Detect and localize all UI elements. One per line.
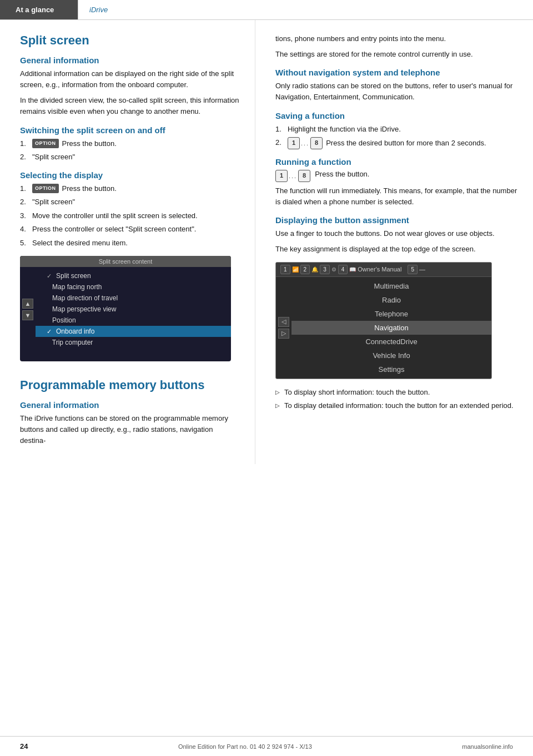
displaying-heading: Displaying the button assignment bbox=[275, 215, 517, 225]
running-heading: Running a function bbox=[275, 157, 517, 167]
menu-item-trip-computer: Trip computer bbox=[36, 337, 231, 348]
memory-button-run: 1 ... 8 bbox=[275, 170, 310, 182]
key-group: 1 📶 2 🔔 3 ⚙ 4 📖 Owner's Manual 5 — bbox=[280, 265, 425, 274]
idrive-menu: Multimedia Radio Telephone Navigation Co… bbox=[291, 277, 491, 379]
nav-down-arrow: ▼ bbox=[22, 310, 33, 320]
option-button-icon: OPTION bbox=[32, 139, 59, 149]
screen-title-bar: Split screen content bbox=[20, 256, 231, 267]
menu-item-map-direction: Map direction of travel bbox=[36, 293, 231, 304]
menu-item-position: Position bbox=[36, 315, 231, 326]
idrive-item-navigation: Navigation bbox=[291, 321, 491, 335]
switching-list: 1. OPTION Press the button. 2. "Split sc… bbox=[20, 138, 239, 163]
menu-item-map-perspective: Map perspective view bbox=[36, 304, 231, 315]
left-column: Split screen General information Additio… bbox=[0, 20, 255, 464]
idrive-body: ◁ ▷ Multimedia Radio Telephone Navigatio… bbox=[276, 277, 491, 379]
idrive-item-settings: Settings bbox=[291, 362, 491, 376]
running-desc: The function will run immediately. This … bbox=[275, 185, 517, 208]
selecting-heading: Selecting the display bbox=[20, 170, 239, 180]
right-column: tions, phone numbers and entry points in… bbox=[255, 20, 533, 464]
programmable-general-info-heading: General information bbox=[20, 400, 239, 410]
idrive-screen: 1 📶 2 🔔 3 ⚙ 4 📖 Owner's Manual 5 — ◁ ▷ bbox=[275, 262, 492, 379]
at-a-glance-label: At a glance bbox=[16, 6, 54, 14]
bullet-item-1: To display short information: touch the … bbox=[275, 387, 517, 398]
screen-menu: ✓ Split screen Map facing north Map dire… bbox=[36, 267, 231, 351]
bullet-list: To display short information: touch the … bbox=[275, 387, 517, 411]
displaying-para2: The key assignment is displayed at the t… bbox=[275, 244, 517, 255]
key-2: 2 bbox=[300, 265, 310, 274]
split-screen-simulation: Split screen content ▲ ▼ ✓ Split screen … bbox=[20, 256, 231, 361]
idrive-nav-arrows: ◁ ▷ bbox=[276, 277, 291, 379]
saving-step1: 1. Highlight the function via the iDrive… bbox=[275, 124, 517, 135]
selecting-step3: 3. Move the controller until the split s… bbox=[20, 210, 239, 221]
memory-button-1-8: 1 ... 8 bbox=[288, 137, 323, 149]
header-tab-at-a-glance[interactable]: At a glance bbox=[0, 0, 78, 19]
key-1: 1 bbox=[280, 265, 290, 274]
idrive-left-arrow: ◁ bbox=[278, 317, 289, 327]
header-tab-idrive[interactable]: iDrive bbox=[78, 0, 119, 19]
general-info-para1: Additional information can be displayed … bbox=[20, 68, 239, 90]
screen-body: ▲ ▼ ✓ Split screen Map facing north Map … bbox=[20, 267, 231, 351]
selecting-step1: 1. OPTION Press the button. bbox=[20, 183, 239, 194]
selecting-step2: 2. "Split screen" bbox=[20, 196, 239, 208]
general-info-para2: In the divided screen view, the so-calle… bbox=[20, 95, 239, 117]
key-5: 5 bbox=[408, 265, 418, 274]
settings-text: The settings are stored for the remote c… bbox=[275, 49, 517, 60]
site-info: manualsonline.info bbox=[462, 743, 513, 750]
switching-heading: Switching the split screen on and off bbox=[20, 125, 239, 135]
selecting-step5: 5. Select the desired menu item. bbox=[20, 238, 239, 249]
idrive-item-vehicle-info: Vehicle Info bbox=[291, 349, 491, 362]
menu-item-split-screen: ✓ Split screen bbox=[36, 270, 231, 281]
key-4: 4 bbox=[338, 265, 348, 274]
switching-step2: 2. "Split screen" bbox=[20, 152, 239, 163]
bullet-item-2: To display detailed information: touch t… bbox=[275, 400, 517, 411]
page-number: 24 bbox=[20, 742, 28, 750]
running-row: 1 ... 8 Press the button. bbox=[275, 170, 517, 182]
idrive-top-bar: 1 📶 2 🔔 3 ⚙ 4 📖 Owner's Manual 5 — bbox=[276, 263, 491, 277]
switching-step1: 1. OPTION Press the button. bbox=[20, 138, 239, 149]
idrive-item-multimedia: Multimedia bbox=[291, 279, 491, 293]
menu-item-map-north: Map facing north bbox=[36, 281, 231, 293]
selecting-step4: 4. Press the controller or select "Split… bbox=[20, 224, 239, 235]
programmable-general-info-para: The iDrive functions can be stored on th… bbox=[20, 413, 239, 446]
key4-label: Owner's Manual bbox=[358, 266, 401, 273]
selecting-list: 1. OPTION Press the button. 2. "Split sc… bbox=[20, 183, 239, 249]
continued-text: tions, phone numbers and entry points in… bbox=[275, 33, 517, 44]
idrive-right-arrow: ▷ bbox=[278, 329, 289, 339]
nav-up-arrow: ▲ bbox=[22, 299, 33, 309]
screen-nav: ▲ ▼ bbox=[20, 267, 36, 351]
general-info-heading-left: General information bbox=[20, 56, 239, 65]
programmable-section: Programmable memory buttons General info… bbox=[20, 378, 239, 446]
without-nav-heading: Without navigation system and telephone bbox=[275, 68, 517, 77]
saving-list: 1. Highlight the function via the iDrive… bbox=[275, 124, 517, 150]
idrive-item-connected-drive: ConnectedDrive bbox=[291, 335, 491, 349]
split-screen-title: Split screen bbox=[20, 33, 239, 48]
displaying-para1: Use a finger to touch the buttons. Do no… bbox=[275, 228, 517, 239]
saving-heading: Saving a function bbox=[275, 111, 517, 120]
idrive-label: iDrive bbox=[89, 6, 108, 14]
menu-item-onboard-info: ✓ Onboard info bbox=[36, 326, 231, 337]
programmable-title: Programmable memory buttons bbox=[20, 378, 239, 392]
option-button-icon-2: OPTION bbox=[32, 184, 59, 194]
without-nav-para: Only radio stations can be stored on the… bbox=[275, 80, 517, 103]
idrive-item-radio: Radio bbox=[291, 293, 491, 307]
part-info: Online Edition for Part no. 01 40 2 924 … bbox=[178, 743, 312, 750]
page-header: At a glance iDrive bbox=[0, 0, 533, 20]
page-footer: 24 Online Edition for Part no. 01 40 2 9… bbox=[0, 736, 533, 756]
saving-step2: 2. 1 ... 8 Press the desired button for … bbox=[275, 137, 517, 149]
main-content: Split screen General information Additio… bbox=[0, 20, 533, 464]
key-3: 3 bbox=[320, 265, 330, 274]
idrive-item-telephone: Telephone bbox=[291, 307, 491, 321]
